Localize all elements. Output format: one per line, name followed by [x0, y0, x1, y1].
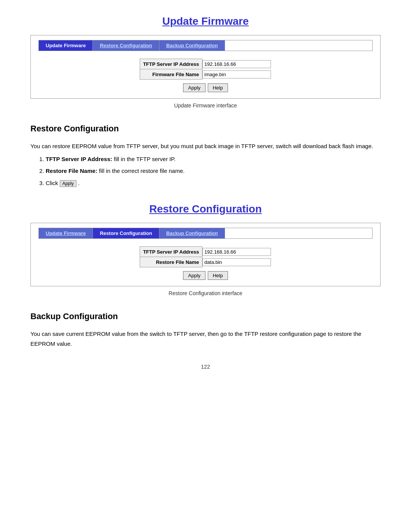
- update-firmware-buttons: Apply Help: [38, 83, 373, 92]
- step3-suffix: .: [78, 180, 80, 186]
- tab-update-firmware-2[interactable]: Update Firmware: [39, 228, 93, 238]
- restore-config-desc-para: You can restore EEPROM value from TFTP s…: [30, 141, 381, 151]
- update-firmware-caption: Update Firmware interface: [30, 102, 381, 109]
- backup-config-title: Backup Configuration: [30, 312, 381, 321]
- list-item: TFTP Server IP Address: fill in the TFTP…: [46, 154, 381, 164]
- table-row: Firmware File Name: [140, 69, 271, 80]
- firmware-file-input-cell: [202, 69, 271, 80]
- restore-inline-apply-button[interactable]: Apply: [60, 180, 76, 187]
- update-firmware-apply-button[interactable]: Apply: [183, 83, 206, 92]
- update-firmware-title: Update Firmware: [30, 15, 381, 27]
- restore-config-caption: Restore Configuration interface: [30, 290, 381, 296]
- restore-config-desc-section: Restore Configuration You can restore EE…: [30, 124, 381, 188]
- tab-update-firmware-1[interactable]: Update Firmware: [39, 40, 93, 51]
- restore-config-desc-title: Restore Configuration: [30, 124, 381, 134]
- update-firmware-help-button[interactable]: Help: [208, 83, 228, 92]
- restore-file-input[interactable]: [202, 258, 271, 266]
- table-row: TFTP Server IP Address: [140, 59, 271, 69]
- restore-config-ui-section: Restore Configuration Update Firmware Re…: [30, 203, 381, 296]
- list-item: Restore File Name: fill in the correct r…: [46, 166, 381, 176]
- firmware-file-input[interactable]: [202, 70, 271, 78]
- backup-config-desc-para: You can save current EEPROM value from t…: [30, 329, 381, 348]
- restore-config-apply-button[interactable]: Apply: [183, 271, 206, 280]
- update-firmware-section: Update Firmware Update Firmware Restore …: [30, 15, 381, 109]
- update-firmware-form: TFTP Server IP Address Firmware File Nam…: [140, 59, 271, 80]
- update-firmware-interface: Update Firmware Restore Configuration Ba…: [30, 35, 381, 99]
- tab-backup-config-1[interactable]: Backup Configuration: [159, 40, 225, 51]
- tab-restore-config-1[interactable]: Restore Configuration: [93, 40, 159, 51]
- restore-config-description: You can restore EEPROM value from TFTP s…: [30, 141, 381, 188]
- restore-config-buttons: Apply Help: [38, 271, 373, 280]
- table-row: Restore File Name: [140, 257, 271, 267]
- tftp-ip-label-2: TFTP Server IP Address: [140, 247, 202, 257]
- tftp-ip-input-cell-1: [202, 59, 271, 69]
- tab-restore-config-2[interactable]: Restore Configuration: [93, 228, 159, 238]
- restore-config-help-button[interactable]: Help: [208, 271, 228, 280]
- step2-text: fill in the correct restore file name.: [99, 168, 185, 174]
- update-firmware-tab-nav: Update Firmware Restore Configuration Ba…: [38, 40, 373, 51]
- list-item: Click Apply .: [46, 178, 381, 188]
- step2-bold: Restore File Name:: [46, 168, 97, 174]
- page-number: 122: [30, 364, 381, 370]
- table-row: TFTP Server IP Address: [140, 247, 271, 257]
- restore-config-steps: TFTP Server IP Address: fill in the TFTP…: [46, 154, 381, 188]
- tftp-ip-input-2[interactable]: [202, 248, 271, 256]
- restore-config-tab-nav: Update Firmware Restore Configuration Ba…: [38, 228, 373, 239]
- restore-config-form: TFTP Server IP Address Restore File Name: [140, 246, 271, 267]
- step3-prefix: Click: [46, 180, 60, 186]
- tab-backup-config-2[interactable]: Backup Configuration: [159, 228, 225, 238]
- restore-file-input-cell: [202, 257, 271, 267]
- restore-file-label: Restore File Name: [140, 257, 202, 267]
- tftp-ip-input-1[interactable]: [202, 60, 271, 68]
- step1-text: fill in the TFTP server IP.: [114, 156, 176, 162]
- restore-config-interface: Update Firmware Restore Configuration Ba…: [30, 223, 381, 286]
- firmware-file-label: Firmware File Name: [140, 69, 202, 80]
- step1-bold: TFTP Server IP Address:: [46, 156, 112, 162]
- backup-config-section: Backup Configuration You can save curren…: [30, 312, 381, 348]
- restore-config-ui-title: Restore Configuration: [30, 203, 381, 215]
- tftp-ip-input-cell-2: [202, 247, 271, 257]
- backup-config-description: You can save current EEPROM value from t…: [30, 329, 381, 348]
- tftp-ip-label-1: TFTP Server IP Address: [140, 59, 202, 69]
